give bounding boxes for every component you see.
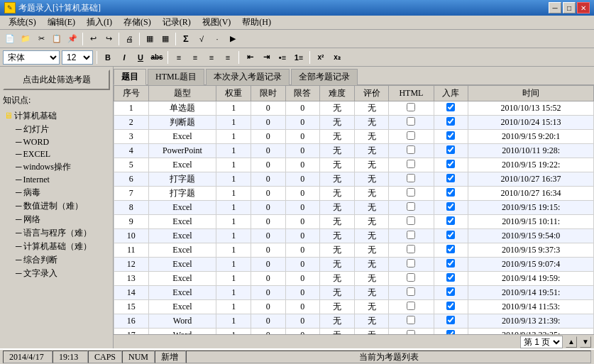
html-checkbox[interactable] <box>407 302 415 310</box>
stored-checkbox[interactable] <box>446 160 455 168</box>
stored-checkbox[interactable] <box>446 259 455 268</box>
tab-questions[interactable]: 题目 <box>114 69 146 85</box>
html-checkbox[interactable] <box>407 117 415 126</box>
tree-node-network[interactable]: ─ 网络 <box>3 213 110 226</box>
stored-checkbox[interactable] <box>446 216 455 225</box>
stored-checkbox[interactable] <box>446 145 455 154</box>
print-button[interactable]: 🖨 <box>122 32 136 46</box>
stored-checkbox[interactable] <box>446 188 455 197</box>
html-checkbox[interactable] <box>407 245 415 253</box>
close-button[interactable]: ✕ <box>577 2 590 13</box>
scroll-down-button[interactable]: ▼ <box>580 336 591 348</box>
stored-checkbox[interactable] <box>446 302 455 310</box>
html-checkbox[interactable] <box>407 316 415 324</box>
html-checkbox[interactable] <box>407 145 415 154</box>
italic-button[interactable]: I <box>117 50 131 65</box>
tree-node-comprehensive[interactable]: ─ 综合判断 <box>3 253 110 267</box>
menu-record[interactable]: 记录(R) <box>157 16 197 29</box>
table-row[interactable]: 12Excel100无无2010/9/15 9:07:4 <box>114 258 594 272</box>
html-checkbox[interactable] <box>407 131 415 140</box>
html-checkbox[interactable] <box>407 216 415 225</box>
underline-button[interactable]: U <box>133 50 148 65</box>
subscript-button[interactable]: x₂ <box>330 50 344 65</box>
grid-button[interactable]: ▦ <box>143 32 157 46</box>
tree-node-windows[interactable]: ─ windows操作 <box>3 160 110 174</box>
menu-insert[interactable]: 插入(I) <box>81 16 118 29</box>
table-row[interactable]: 14Excel100无无2010/9/14 19:51: <box>114 286 594 300</box>
menu-view[interactable]: 视图(V) <box>197 16 237 29</box>
minimize-button[interactable]: ─ <box>549 2 561 13</box>
table-row[interactable]: 2判断题100无无2010/10/24 15:13 <box>114 116 594 130</box>
html-checkbox[interactable] <box>407 259 415 268</box>
table-row[interactable]: 5Excel100无无2010/9/15 19:22: <box>114 158 594 172</box>
justify-button[interactable]: ≡ <box>221 50 235 65</box>
numbered-button[interactable]: 1≡ <box>292 50 306 65</box>
scroll-up-button[interactable]: ▲ <box>566 336 577 348</box>
tab-current-record[interactable]: 本次录入考题记录 <box>206 69 290 85</box>
bullet-button[interactable]: •≡ <box>275 50 290 65</box>
html-checkbox[interactable] <box>407 174 415 182</box>
tree-node-virus[interactable]: ─ 病毒 <box>3 186 110 199</box>
html-checkbox[interactable] <box>407 103 415 111</box>
tab-html-questions[interactable]: HTML题目 <box>148 69 204 85</box>
stored-checkbox[interactable] <box>446 103 455 111</box>
stored-checkbox[interactable] <box>446 117 455 126</box>
redo-button[interactable]: ↪ <box>101 32 116 46</box>
table-row[interactable]: 17Word100无无2010/9/13 22:35: <box>114 329 594 335</box>
paste-button[interactable]: 📌 <box>65 32 79 46</box>
table-row[interactable]: 1单选题100无无2010/10/13 15:52 <box>114 101 594 116</box>
table-row[interactable]: 3Excel100无无2010/9/15 9:20:1 <box>114 130 594 144</box>
html-checkbox[interactable] <box>407 287 415 296</box>
tree-node-computer-basics[interactable]: 🖥 计算机基础 <box>3 109 110 123</box>
table-row[interactable]: 13Excel100无无2010/9/14 19:59: <box>114 272 594 286</box>
bold-button[interactable]: B <box>101 50 115 65</box>
menu-save[interactable]: 存储(S) <box>118 16 157 29</box>
table-button[interactable]: ▦ <box>158 32 172 46</box>
tree-node-word[interactable]: ─ WORD <box>3 136 110 148</box>
stored-checkbox[interactable] <box>446 131 455 140</box>
align-left-button[interactable]: ≡ <box>172 50 186 65</box>
tree-node-internet[interactable]: ─ Internet <box>3 174 110 186</box>
tree-node-decimal-hard[interactable]: ─ 数值进制（难） <box>3 199 110 213</box>
tree-node-excel[interactable]: ─ EXCEL <box>3 148 110 160</box>
tree-node-ppt[interactable]: ─ 幻灯片 <box>3 123 110 136</box>
table-container[interactable]: 序号 题型 权重 限时 限答 难度 评价 HTML 入库 时间 1单选题100无… <box>114 85 594 334</box>
align-center-button[interactable]: ≡ <box>188 50 202 65</box>
html-checkbox[interactable] <box>407 231 415 239</box>
maximize-button[interactable]: □ <box>563 2 576 13</box>
tree-node-computer-hard[interactable]: ─ 计算机基础（难） <box>3 240 110 253</box>
new-doc-button[interactable]: 📄 <box>3 32 17 46</box>
menu-system[interactable]: 系统(S) <box>3 16 42 29</box>
filter-button[interactable]: 点击此处筛选考题 <box>3 70 110 90</box>
align-right-button[interactable]: ≡ <box>204 50 219 65</box>
sqrt-button[interactable]: √ <box>194 32 209 46</box>
table-row[interactable]: 16Word100无无2010/9/13 21:39: <box>114 314 594 329</box>
html-checkbox[interactable] <box>407 188 415 197</box>
undo-button[interactable]: ↩ <box>86 32 100 46</box>
table-row[interactable]: 15Excel100无无2010/9/14 11:53: <box>114 300 594 314</box>
stored-checkbox[interactable] <box>446 174 455 182</box>
table-row[interactable]: 7打字题100无无2010/10/27 16:34 <box>114 187 594 201</box>
strikethrough-button[interactable]: abs <box>150 50 164 65</box>
tree-node-lang-prog-hard[interactable]: ─ 语言与程序（难） <box>3 226 110 240</box>
stored-checkbox[interactable] <box>446 287 455 296</box>
html-checkbox[interactable] <box>407 160 415 168</box>
table-row[interactable]: 8Excel100无无2010/9/15 19:15: <box>114 201 594 215</box>
indent-dec-button[interactable]: ⇤ <box>243 50 257 65</box>
size-select[interactable]: 12 <box>62 50 93 65</box>
indent-inc-button[interactable]: ⇥ <box>259 50 273 65</box>
open-button[interactable]: 📁 <box>18 32 33 46</box>
stored-checkbox[interactable] <box>446 245 455 253</box>
table-row[interactable]: 11Excel100无无2010/9/15 9:37:3 <box>114 243 594 258</box>
superscript-button[interactable]: x² <box>314 50 328 65</box>
menu-help[interactable]: 帮助(H) <box>236 16 277 29</box>
table-row[interactable]: 10Excel100无无2010/9/15 9:54:0 <box>114 229 594 243</box>
page-select[interactable]: 第 1 页 第 2 页 <box>520 336 563 348</box>
dot-button[interactable]: · <box>210 32 224 46</box>
tab-all-records[interactable]: 全部考题记录 <box>291 69 358 85</box>
stored-checkbox[interactable] <box>446 202 455 211</box>
play-button[interactable]: ▶ <box>226 32 240 46</box>
table-row[interactable]: 4PowerPoint100无无2010/10/11 9:28: <box>114 144 594 158</box>
stored-checkbox[interactable] <box>446 231 455 239</box>
font-select[interactable]: 宋体 <box>3 50 60 65</box>
